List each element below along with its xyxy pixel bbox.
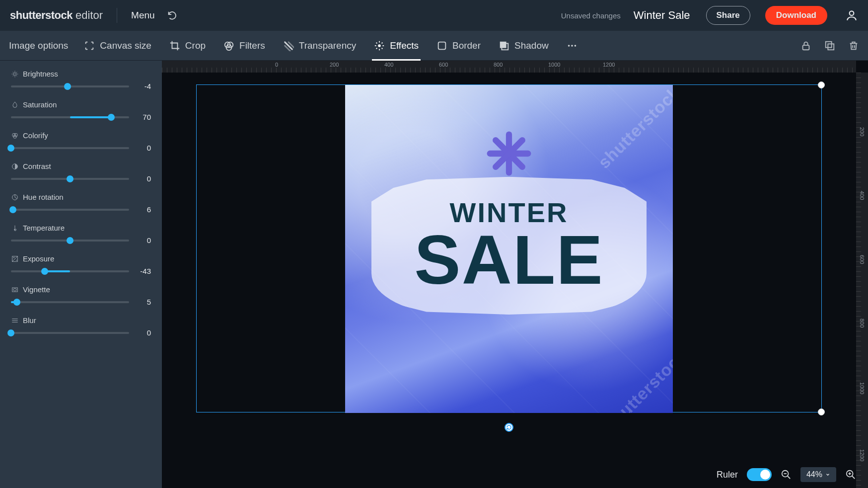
footer: Ruler 44% [717,467,856,482]
svg-rect-21 [828,44,834,50]
resize-handle-tr[interactable] [818,81,825,88]
transparency-icon [283,40,294,51]
resize-handle-br[interactable] [818,408,825,415]
ruler-tick: 1000 [548,62,560,68]
svg-line-28 [16,76,17,76]
slider-label: Blur [11,316,151,325]
more-button[interactable] [565,31,579,61]
lock-button[interactable] [800,40,811,51]
slider-thumb[interactable] [13,299,20,306]
chevron-down-icon [825,472,830,477]
ruler-tick: 0 [275,62,278,68]
canvas-size-button[interactable]: Canvas size [82,31,153,61]
svg-point-16 [568,45,570,47]
ruler-toggle[interactable] [747,468,772,481]
slider-label: Hue rotation [11,193,151,201]
duplicate-button[interactable] [824,40,835,51]
slider-label: Colorify [11,131,151,140]
slider-track[interactable] [11,147,129,149]
slider-thumb[interactable] [108,114,115,121]
slider-value: 0 [136,236,151,244]
image-options-button[interactable]: Image options [9,40,68,51]
slider-hue-rotation: Hue rotation 6 [11,193,151,214]
svg-line-11 [376,48,377,49]
effects-label: Effects [390,40,419,51]
slider-label: Vignette [11,285,151,294]
crop-button[interactable]: Crop [167,31,208,61]
undo-icon [167,10,178,21]
transparency-button[interactable]: Transparency [281,31,358,61]
shadow-icon [499,40,509,51]
download-button[interactable]: Download [765,6,827,25]
filters-icon [223,40,234,51]
slider-thumb[interactable] [9,206,16,213]
effects-panel: Brightness -4 Saturation 70 Colorify [0,61,162,488]
slider-track[interactable] [11,209,129,211]
watermark: shutterstock [594,85,673,172]
slider-track[interactable] [11,240,129,242]
zoom-in-button[interactable] [845,469,856,480]
artwork[interactable]: shutterstock shutterstock WINTER SALE [345,85,673,413]
colorify-icon [11,132,19,140]
svg-line-48 [788,476,791,479]
slider-label: Contrast [11,162,151,170]
slider-value: -4 [136,82,151,90]
zoom-dropdown[interactable]: 44% [800,467,836,482]
undo-button[interactable] [164,7,181,24]
filters-button[interactable]: Filters [221,31,267,61]
slider-thumb[interactable] [64,83,71,90]
slider-value: 0 [136,174,151,183]
slider-track[interactable] [11,178,129,180]
ruler-top[interactable]: 020040060080010001200 [162,61,856,73]
effects-button[interactable]: Effects [372,31,421,61]
filters-label: Filters [239,40,265,51]
slider-track[interactable] [11,85,129,87]
ruler-tick: 200 [330,62,339,68]
rotate-handle[interactable] [505,423,513,432]
border-button[interactable]: Border [434,31,483,61]
canvas-stage[interactable]: shutterstock shutterstock WINTER SALE [162,73,856,488]
slider-value: 5 [136,298,151,306]
shadow-label: Shadow [514,40,549,51]
share-button[interactable]: Share [706,6,750,25]
watermark: shutterstock [601,345,673,413]
canvas-area: 020040060080010001200 200400600800100012… [162,61,868,488]
exposure-icon [11,255,19,263]
slider-track[interactable] [11,270,129,272]
slider-track[interactable] [11,116,129,118]
svg-rect-13 [438,42,446,49]
slider-saturation: Saturation 70 [11,100,151,121]
svg-point-4 [378,44,381,47]
svg-line-29 [13,76,13,76]
slider-track[interactable] [11,332,129,334]
slider-temperature: Temperature 0 [11,224,151,244]
ruler-tick: 600 [439,62,448,68]
artwork-line2: SALE [414,227,603,293]
rotate-icon [506,424,512,430]
account-button[interactable] [845,9,858,22]
slider-thumb[interactable] [41,268,48,275]
transparency-label: Transparency [299,40,356,51]
menu-button[interactable]: Menu [131,10,155,21]
svg-line-27 [13,72,13,73]
slider-thumb[interactable] [67,175,73,182]
text-panel: WINTER SALE [371,177,647,315]
delete-button[interactable] [848,40,859,51]
slider-thumb[interactable] [7,145,14,152]
toolbar: Image options Canvas size Crop Filters T… [0,31,868,61]
selection-box[interactable]: shutterstock shutterstock WINTER SALE [196,84,822,412]
slider-exposure: Exposure -43 [11,254,151,275]
svg-point-18 [574,45,576,47]
shadow-button[interactable]: Shadow [497,31,551,61]
ruler-right[interactable]: 20040060080010001200 [856,73,868,488]
document-title[interactable]: Winter Sale [634,9,690,22]
slider-colorify: Colorify 0 [11,131,151,152]
svg-rect-20 [826,41,832,47]
effects-icon [374,40,385,51]
logo[interactable]: shutterstock editor [10,9,103,22]
slider-thumb[interactable] [67,237,73,244]
canvas-size-icon [84,40,95,51]
slider-thumb[interactable] [7,329,14,336]
zoom-out-button[interactable] [781,469,792,480]
slider-track[interactable] [11,301,129,303]
